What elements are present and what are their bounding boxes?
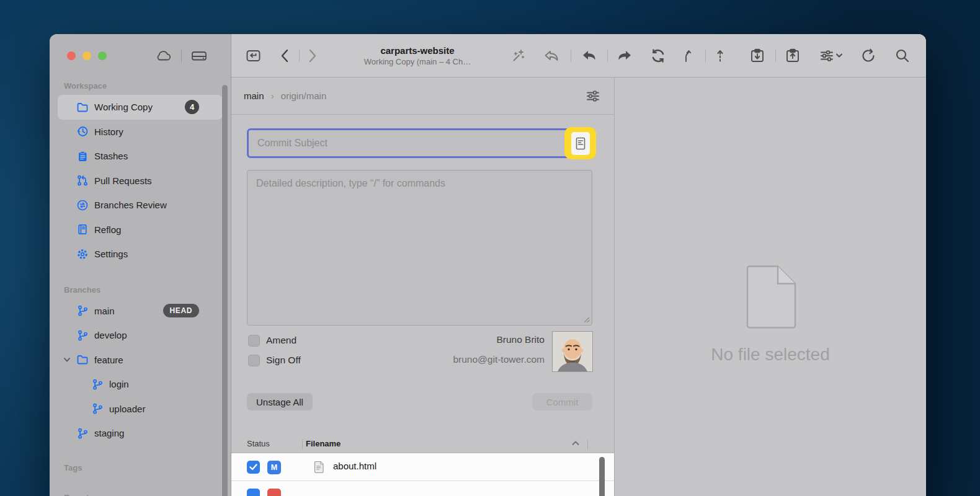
sidebar-item-working-copy[interactable]: Working Copy 4: [58, 95, 223, 120]
repository-title-block[interactable]: carparts-website Working Copy (main – 4 …: [338, 45, 497, 66]
branch-icon: [76, 427, 89, 440]
file-list-scrollbar-thumb[interactable]: [599, 457, 605, 496]
sidebar-item-label: Stashes: [94, 151, 128, 161]
staged-file-list: M about.html: [231, 453, 614, 496]
filter-options-icon[interactable]: [584, 88, 602, 104]
branch-icon: [76, 304, 89, 317]
sidebar-item-label: Working Copy: [94, 102, 153, 112]
sidebar-item-label: staging: [94, 428, 124, 438]
branch-icon: [91, 402, 104, 415]
sync-icon[interactable]: [649, 48, 667, 64]
sidebar-branch-staging[interactable]: staging: [58, 421, 223, 446]
refresh-icon[interactable]: [860, 47, 877, 64]
tags-section-header: Tags: [50, 459, 231, 477]
workspace-section-header: Workspace: [50, 78, 231, 95]
sign-off-label: Sign Off: [266, 355, 301, 366]
drive-icon[interactable]: [190, 48, 208, 63]
sidebar-item-history[interactable]: History: [58, 120, 223, 144]
stashes-icon: [76, 150, 89, 162]
sidebar-branch-develop[interactable]: develop: [58, 323, 223, 348]
sidebar-branch-uploader[interactable]: uploader: [58, 397, 223, 422]
changes-count-badge: 4: [185, 100, 199, 114]
sidebar-item-label: Branches Review: [94, 200, 167, 210]
empty-state-text: No file selected: [711, 345, 829, 365]
repository-subtitle: Working Copy (main – 4 Ch…: [338, 57, 497, 66]
sign-off-checkbox[interactable]: [248, 355, 260, 366]
file-row[interactable]: M about.html: [231, 453, 614, 481]
sidebar-branch-main[interactable]: main HEAD: [58, 299, 223, 324]
sidebar-item-settings[interactable]: Settings: [58, 242, 223, 267]
search-icon[interactable]: [894, 48, 911, 64]
breadcrumb-separator: ›: [271, 91, 274, 101]
desktop: Workspace Working Copy 4 History Stashes: [0, 0, 980, 496]
sidebar-item-label: Settings: [94, 249, 128, 259]
sidebar-scrollbar-thumb[interactable]: [222, 85, 228, 496]
sidebar-item-label: uploader: [109, 404, 145, 414]
merge-icon[interactable]: [680, 48, 695, 64]
author-email: bruno@git-tower.com: [386, 354, 545, 365]
titlebar-left: [50, 34, 231, 78]
minimize-button[interactable]: [82, 51, 91, 60]
discard-icon[interactable]: [543, 48, 560, 64]
sidebar-item-stashes[interactable]: Stashes: [58, 144, 223, 169]
sidebar-branch-folder-feature[interactable]: feature: [58, 348, 223, 373]
tower-window: Workspace Working Copy 4 History Stashes: [50, 34, 926, 496]
author-name: Bruno Brito: [386, 334, 545, 345]
branches-section-header: Branches: [50, 281, 231, 299]
sidebar: Workspace Working Copy 4 History Stashes: [50, 34, 231, 496]
reflog-icon: [76, 223, 89, 236]
commit-description-textarea[interactable]: [247, 170, 592, 326]
column-separator[interactable]: [302, 440, 303, 450]
status-column-header[interactable]: Status: [247, 439, 270, 448]
stash-icon[interactable]: [749, 47, 766, 64]
forward-icon[interactable]: [308, 49, 317, 63]
author-avatar[interactable]: [552, 331, 593, 372]
toolbar-separator: [299, 50, 300, 62]
toolbar-separator: [571, 50, 571, 62]
unstage-all-button[interactable]: Unstage All: [247, 393, 313, 410]
quick-actions-wand-icon[interactable]: [510, 48, 527, 64]
breadcrumb: main › origin/main: [231, 78, 614, 115]
folder-icon: [76, 353, 89, 366]
content-row: main › origin/main: [231, 78, 926, 496]
remotes-section-header: Remotes: [50, 489, 231, 496]
zoom-button[interactable]: [98, 51, 107, 60]
stash-pop-icon[interactable]: [784, 47, 801, 64]
sort-chevron-icon[interactable]: [571, 440, 580, 446]
breadcrumb-branch[interactable]: main: [244, 91, 264, 101]
resize-grip-icon[interactable]: [582, 316, 590, 323]
back-icon[interactable]: [280, 49, 289, 63]
branches-review-icon: [76, 199, 89, 211]
close-button[interactable]: [67, 51, 76, 60]
sidebar-branch-login[interactable]: login: [58, 372, 223, 397]
amend-label: Amend: [266, 335, 296, 346]
sidebar-item-label: Reflog: [94, 224, 121, 235]
open-repository-icon[interactable]: [245, 48, 262, 64]
sidebar-item-branches-review[interactable]: Branches Review: [58, 193, 223, 218]
sidebar-item-reflog[interactable]: Reflog: [58, 218, 223, 242]
commit-subject-input[interactable]: [247, 128, 592, 158]
branch-icon: [91, 378, 104, 391]
commit-button[interactable]: Commit: [532, 393, 592, 410]
sidebar-item-label: main: [94, 306, 115, 316]
file-row-partial[interactable]: [231, 481, 614, 496]
empty-file-icon: [744, 265, 796, 329]
view-options-icon[interactable]: [819, 48, 844, 64]
toolbar: carparts-website Working Copy (main – 4 …: [231, 34, 926, 78]
pull-icon[interactable]: [581, 48, 598, 64]
file-checkbox[interactable]: [247, 489, 260, 496]
commit-form: Amend Sign Off Bruno Brito bruno@git-tow…: [231, 115, 614, 477]
column-separator[interactable]: [587, 440, 588, 450]
push-icon[interactable]: [616, 48, 633, 64]
folder-icon: [76, 101, 89, 113]
rebase-icon[interactable]: [714, 48, 726, 64]
branch-icon: [76, 329, 89, 342]
filename-column-header[interactable]: Filename: [306, 439, 341, 448]
commit-template-note-icon[interactable]: [571, 132, 590, 155]
breadcrumb-remote[interactable]: origin/main: [281, 91, 326, 101]
sidebar-item-pull-requests[interactable]: Pull Requests: [58, 169, 223, 193]
chevron-down-icon[interactable]: [63, 355, 71, 364]
cloud-icon[interactable]: [154, 48, 173, 63]
file-checkbox[interactable]: [247, 461, 260, 474]
amend-checkbox[interactable]: [248, 335, 260, 347]
